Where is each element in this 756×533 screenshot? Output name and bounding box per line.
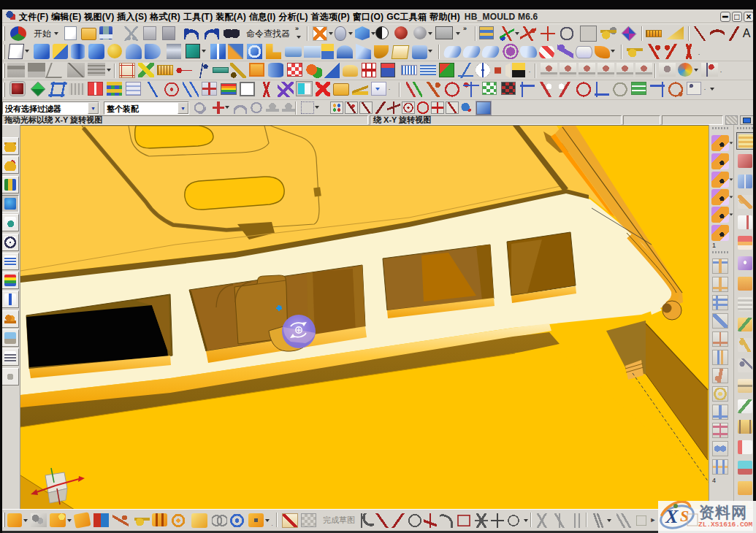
svg-text:X: X bbox=[665, 506, 679, 527]
